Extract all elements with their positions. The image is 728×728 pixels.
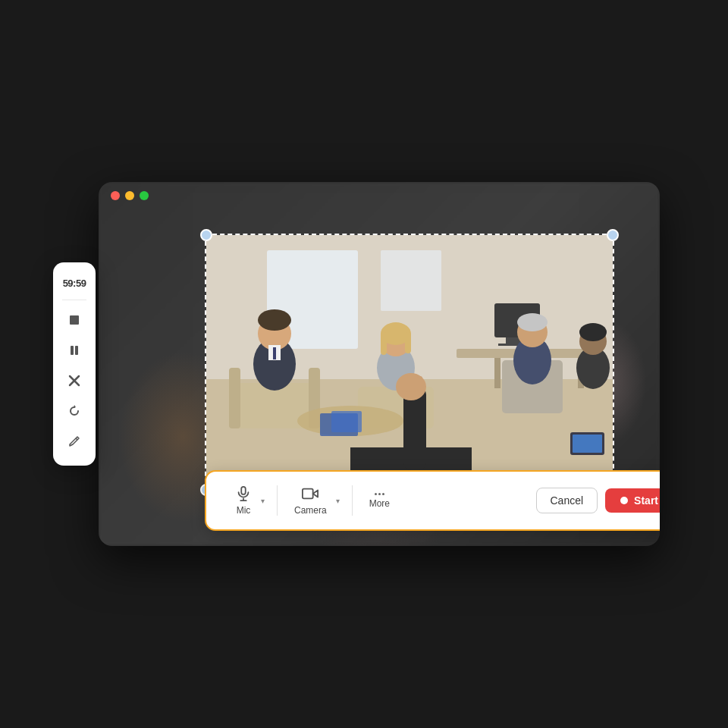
svg-line-54 — [76, 438, 77, 440]
svg-rect-45 — [241, 487, 246, 494]
pause-button[interactable] — [61, 337, 88, 364]
record-dot-icon — [620, 497, 628, 504]
svg-rect-50 — [71, 346, 74, 355]
capture-area-border — [205, 234, 614, 491]
edit-icon — [68, 435, 80, 447]
more-button[interactable]: More — [365, 490, 394, 512]
timer-display: 59:59 — [60, 273, 89, 293]
svg-rect-48 — [303, 489, 313, 499]
camera-chevron[interactable]: ▾ — [336, 497, 340, 505]
more-dots-icon — [375, 493, 384, 495]
mic-button[interactable]: Mic — [231, 482, 256, 519]
svg-rect-49 — [70, 315, 79, 325]
close-icon — [68, 375, 80, 387]
mic-chevron[interactable]: ▾ — [261, 497, 265, 505]
handle-top-right[interactable] — [607, 229, 619, 241]
mic-label: Mic — [237, 505, 251, 516]
reset-button[interactable] — [61, 397, 88, 425]
left-panel: 59:59 — [53, 262, 96, 466]
camera-group: Camera ▾ — [281, 479, 349, 522]
cancel-button[interactable]: Cancel — [536, 488, 598, 513]
more-group: More — [356, 487, 403, 515]
traffic-light-green[interactable] — [140, 191, 149, 200]
reset-icon — [68, 405, 80, 417]
device-screen: Mic ▾ Camera ▾ — [99, 182, 660, 546]
edit-button[interactable] — [61, 428, 88, 455]
traffic-light-yellow[interactable] — [125, 191, 134, 200]
pause-icon — [68, 344, 80, 356]
start-button[interactable]: Start — [605, 488, 660, 513]
panel-divider-1 — [62, 300, 86, 300]
svg-rect-51 — [75, 346, 78, 355]
toolbar-actions: Cancel Start — [536, 488, 661, 513]
camera-label: Camera — [294, 505, 327, 516]
traffic-light-red[interactable] — [111, 191, 120, 200]
close-button[interactable] — [61, 367, 88, 394]
stop-button[interactable] — [61, 306, 88, 334]
separator-1 — [277, 485, 278, 516]
camera-icon — [302, 485, 318, 502]
device-wrapper: Mic ▾ Camera ▾ — [53, 152, 675, 576]
traffic-lights — [111, 191, 149, 200]
stop-icon — [68, 314, 80, 326]
separator-2 — [352, 485, 353, 516]
mic-group: Mic ▾ — [221, 479, 274, 522]
mic-icon — [235, 485, 252, 502]
camera-button[interactable]: Camera — [290, 482, 331, 519]
recording-toolbar: Mic ▾ Camera ▾ — [205, 470, 660, 531]
toolbar-controls: Mic ▾ Camera ▾ — [221, 479, 536, 522]
more-label: More — [369, 498, 390, 509]
start-label: Start — [634, 494, 658, 507]
handle-top-left[interactable] — [200, 229, 212, 241]
